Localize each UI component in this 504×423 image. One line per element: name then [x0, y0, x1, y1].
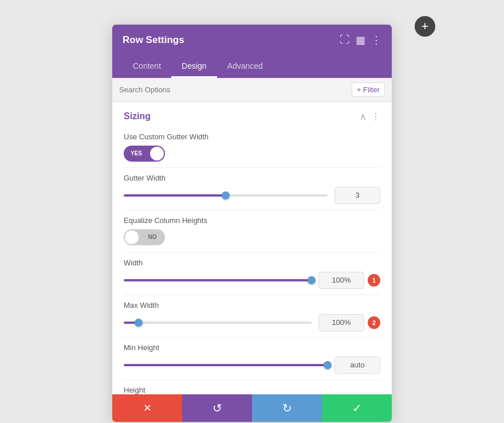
section-header: Sizing ∧ ⋮ [112, 102, 392, 127]
max-width-thumb[interactable] [135, 319, 143, 327]
gutter-width-track[interactable] [124, 194, 328, 197]
toggle-yes-label: YES [124, 150, 149, 156]
settings-content: Sizing ∧ ⋮ Use Custom Gutter Width YES G… [112, 102, 392, 394]
min-height-input[interactable] [334, 357, 380, 374]
label-use-custom-gutter-width: Use Custom Gutter Width [124, 132, 380, 141]
undo-button[interactable]: ↺ [182, 394, 252, 422]
setting-use-custom-gutter-width: Use Custom Gutter Width YES [112, 127, 392, 167]
label-height: Height [124, 386, 380, 394]
min-height-thumb[interactable] [324, 361, 332, 369]
label-max-width: Max Width [124, 301, 380, 310]
width-thumb[interactable] [308, 276, 316, 284]
setting-equalize-column-heights: Equalize Column Heights NO [112, 210, 392, 252]
min-height-slider-row [124, 357, 380, 374]
panel-title: Row Settings [123, 34, 184, 46]
tab-design[interactable]: Design [171, 56, 217, 78]
width-input[interactable] [318, 272, 364, 289]
header-icons: ⛶ ▦ ⋮ [340, 34, 381, 46]
gutter-width-slider-row [124, 187, 380, 204]
setting-height: Height [112, 380, 392, 394]
width-badge: 1 [368, 274, 380, 287]
toggle-use-custom-gutter-width[interactable]: YES [124, 146, 165, 162]
gutter-width-fill [124, 194, 226, 197]
cancel-icon: ✕ [143, 402, 152, 414]
redo-button[interactable]: ↻ [252, 394, 322, 422]
gutter-width-input[interactable] [334, 187, 380, 204]
filter-button[interactable]: + Filter [352, 83, 385, 97]
section-actions: ∧ ⋮ [360, 111, 380, 122]
tab-advanced[interactable]: Advanced [217, 56, 273, 78]
tab-content[interactable]: Content [123, 56, 171, 78]
gutter-width-thumb[interactable] [222, 191, 230, 199]
max-width-slider-row: 2 [124, 314, 380, 331]
tabs: Content Design Advanced [112, 56, 392, 78]
toggle-no-label: NO [140, 234, 165, 240]
max-width-badge: 2 [368, 316, 380, 329]
search-bar: + Filter [112, 78, 392, 102]
undo-icon: ↺ [212, 401, 222, 415]
min-height-track[interactable] [124, 364, 328, 366]
max-width-input-badge: 2 [318, 314, 380, 331]
width-slider-row: 1 [124, 272, 380, 289]
label-min-height: Min Height [124, 343, 380, 352]
confirm-button[interactable]: ✓ [322, 394, 392, 422]
setting-width: Width 1 [112, 253, 392, 295]
row-settings-panel: Row Settings ⛶ ▦ ⋮ Content Design Advanc… [112, 25, 392, 422]
setting-gutter-width: Gutter Width [112, 168, 392, 210]
setting-min-height: Min Height [112, 338, 392, 379]
label-width: Width [124, 258, 380, 267]
panel-header: Row Settings ⛶ ▦ ⋮ [112, 25, 392, 56]
toggle-equalize-column-heights[interactable]: NO [124, 229, 165, 245]
width-track[interactable] [124, 279, 312, 281]
toggle-no-circle [125, 230, 139, 244]
max-width-input[interactable] [318, 314, 364, 331]
columns-icon[interactable]: ▦ [356, 34, 365, 46]
label-gutter-width: Gutter Width [124, 174, 380, 182]
more-icon[interactable]: ⋮ [371, 34, 381, 46]
label-equalize-column-heights: Equalize Column Heights [124, 216, 380, 225]
cancel-button[interactable]: ✕ [112, 394, 182, 422]
section-title: Sizing [124, 111, 151, 122]
section-more-icon[interactable]: ⋮ [371, 111, 380, 122]
toggle-circle [150, 147, 164, 160]
confirm-icon: ✓ [352, 401, 362, 415]
search-input[interactable] [119, 85, 352, 94]
bottom-bar: ✕ ↺ ↻ ✓ [112, 394, 392, 422]
plus-button[interactable]: + [415, 16, 435, 37]
collapse-icon[interactable]: ∧ [360, 111, 367, 122]
width-fill [124, 279, 312, 281]
width-input-badge: 1 [318, 272, 380, 289]
fullscreen-icon[interactable]: ⛶ [340, 34, 350, 46]
redo-icon: ↻ [282, 401, 292, 415]
max-width-track[interactable] [124, 322, 312, 324]
min-height-fill [124, 364, 328, 366]
setting-max-width: Max Width 2 [112, 295, 392, 337]
